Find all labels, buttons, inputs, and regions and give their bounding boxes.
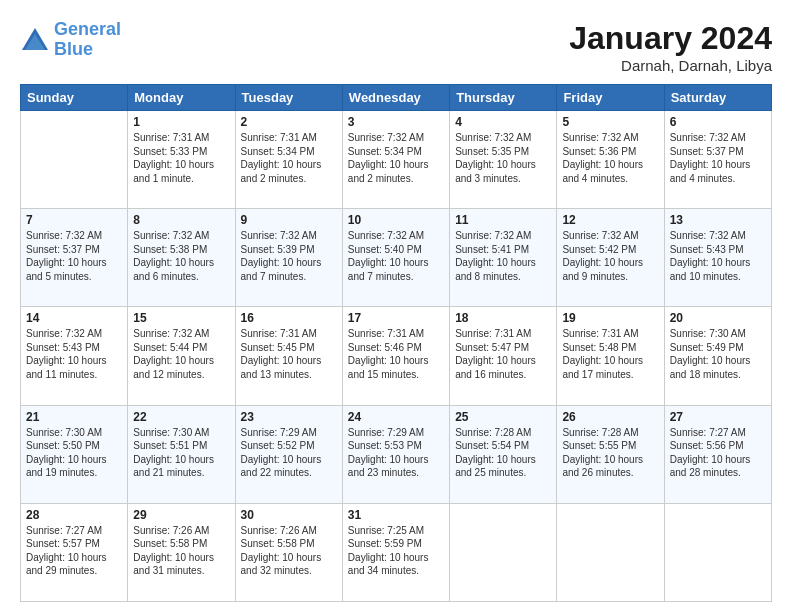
calendar-header-sunday: Sunday (21, 85, 128, 111)
calendar-cell: 30Sunrise: 7:26 AM Sunset: 5:58 PM Dayli… (235, 503, 342, 601)
day-info: Sunrise: 7:29 AM Sunset: 5:52 PM Dayligh… (241, 426, 337, 480)
day-number: 2 (241, 115, 337, 129)
day-number: 4 (455, 115, 551, 129)
calendar-cell: 13Sunrise: 7:32 AM Sunset: 5:43 PM Dayli… (664, 209, 771, 307)
header: General Blue January 2024 Darnah, Darnah… (20, 20, 772, 74)
day-info: Sunrise: 7:31 AM Sunset: 5:46 PM Dayligh… (348, 327, 444, 381)
day-info: Sunrise: 7:31 AM Sunset: 5:47 PM Dayligh… (455, 327, 551, 381)
day-info: Sunrise: 7:31 AM Sunset: 5:48 PM Dayligh… (562, 327, 658, 381)
calendar-cell: 16Sunrise: 7:31 AM Sunset: 5:45 PM Dayli… (235, 307, 342, 405)
calendar-cell: 9Sunrise: 7:32 AM Sunset: 5:39 PM Daylig… (235, 209, 342, 307)
calendar-table: SundayMondayTuesdayWednesdayThursdayFrid… (20, 84, 772, 602)
day-info: Sunrise: 7:32 AM Sunset: 5:38 PM Dayligh… (133, 229, 229, 283)
calendar-cell: 31Sunrise: 7:25 AM Sunset: 5:59 PM Dayli… (342, 503, 449, 601)
calendar-cell (557, 503, 664, 601)
calendar-cell: 4Sunrise: 7:32 AM Sunset: 5:35 PM Daylig… (450, 111, 557, 209)
day-info: Sunrise: 7:32 AM Sunset: 5:41 PM Dayligh… (455, 229, 551, 283)
calendar-week-row: 21Sunrise: 7:30 AM Sunset: 5:50 PM Dayli… (21, 405, 772, 503)
day-number: 6 (670, 115, 766, 129)
calendar-header-friday: Friday (557, 85, 664, 111)
day-info: Sunrise: 7:32 AM Sunset: 5:43 PM Dayligh… (670, 229, 766, 283)
day-number: 30 (241, 508, 337, 522)
day-info: Sunrise: 7:32 AM Sunset: 5:36 PM Dayligh… (562, 131, 658, 185)
calendar-header-wednesday: Wednesday (342, 85, 449, 111)
day-info: Sunrise: 7:32 AM Sunset: 5:42 PM Dayligh… (562, 229, 658, 283)
day-number: 17 (348, 311, 444, 325)
calendar-week-row: 28Sunrise: 7:27 AM Sunset: 5:57 PM Dayli… (21, 503, 772, 601)
calendar-cell: 10Sunrise: 7:32 AM Sunset: 5:40 PM Dayli… (342, 209, 449, 307)
calendar-header-monday: Monday (128, 85, 235, 111)
main-title: January 2024 (569, 20, 772, 57)
calendar-header-row: SundayMondayTuesdayWednesdayThursdayFrid… (21, 85, 772, 111)
calendar-cell: 3Sunrise: 7:32 AM Sunset: 5:34 PM Daylig… (342, 111, 449, 209)
calendar-header-tuesday: Tuesday (235, 85, 342, 111)
day-number: 26 (562, 410, 658, 424)
calendar-cell: 6Sunrise: 7:32 AM Sunset: 5:37 PM Daylig… (664, 111, 771, 209)
calendar-cell: 18Sunrise: 7:31 AM Sunset: 5:47 PM Dayli… (450, 307, 557, 405)
day-number: 20 (670, 311, 766, 325)
calendar-cell (450, 503, 557, 601)
calendar-cell: 1Sunrise: 7:31 AM Sunset: 5:33 PM Daylig… (128, 111, 235, 209)
day-info: Sunrise: 7:31 AM Sunset: 5:33 PM Dayligh… (133, 131, 229, 185)
subtitle: Darnah, Darnah, Libya (569, 57, 772, 74)
calendar-cell: 7Sunrise: 7:32 AM Sunset: 5:37 PM Daylig… (21, 209, 128, 307)
day-number: 29 (133, 508, 229, 522)
calendar-cell: 14Sunrise: 7:32 AM Sunset: 5:43 PM Dayli… (21, 307, 128, 405)
calendar-cell: 28Sunrise: 7:27 AM Sunset: 5:57 PM Dayli… (21, 503, 128, 601)
day-number: 27 (670, 410, 766, 424)
calendar-cell: 15Sunrise: 7:32 AM Sunset: 5:44 PM Dayli… (128, 307, 235, 405)
day-number: 23 (241, 410, 337, 424)
day-number: 19 (562, 311, 658, 325)
day-number: 8 (133, 213, 229, 227)
day-info: Sunrise: 7:28 AM Sunset: 5:54 PM Dayligh… (455, 426, 551, 480)
day-info: Sunrise: 7:27 AM Sunset: 5:56 PM Dayligh… (670, 426, 766, 480)
day-number: 16 (241, 311, 337, 325)
day-number: 5 (562, 115, 658, 129)
day-info: Sunrise: 7:26 AM Sunset: 5:58 PM Dayligh… (133, 524, 229, 578)
calendar-cell: 11Sunrise: 7:32 AM Sunset: 5:41 PM Dayli… (450, 209, 557, 307)
calendar-cell: 12Sunrise: 7:32 AM Sunset: 5:42 PM Dayli… (557, 209, 664, 307)
day-number: 31 (348, 508, 444, 522)
day-number: 7 (26, 213, 122, 227)
calendar-header-thursday: Thursday (450, 85, 557, 111)
calendar-cell: 19Sunrise: 7:31 AM Sunset: 5:48 PM Dayli… (557, 307, 664, 405)
day-info: Sunrise: 7:31 AM Sunset: 5:34 PM Dayligh… (241, 131, 337, 185)
logo-icon (20, 26, 50, 54)
day-number: 22 (133, 410, 229, 424)
day-number: 12 (562, 213, 658, 227)
calendar-cell (21, 111, 128, 209)
day-number: 21 (26, 410, 122, 424)
day-info: Sunrise: 7:32 AM Sunset: 5:44 PM Dayligh… (133, 327, 229, 381)
calendar-cell: 23Sunrise: 7:29 AM Sunset: 5:52 PM Dayli… (235, 405, 342, 503)
page: General Blue January 2024 Darnah, Darnah… (0, 0, 792, 612)
calendar-cell (664, 503, 771, 601)
day-info: Sunrise: 7:29 AM Sunset: 5:53 PM Dayligh… (348, 426, 444, 480)
day-number: 18 (455, 311, 551, 325)
day-info: Sunrise: 7:32 AM Sunset: 5:35 PM Dayligh… (455, 131, 551, 185)
calendar-cell: 24Sunrise: 7:29 AM Sunset: 5:53 PM Dayli… (342, 405, 449, 503)
calendar-cell: 26Sunrise: 7:28 AM Sunset: 5:55 PM Dayli… (557, 405, 664, 503)
day-info: Sunrise: 7:27 AM Sunset: 5:57 PM Dayligh… (26, 524, 122, 578)
day-number: 24 (348, 410, 444, 424)
calendar-cell: 5Sunrise: 7:32 AM Sunset: 5:36 PM Daylig… (557, 111, 664, 209)
day-info: Sunrise: 7:26 AM Sunset: 5:58 PM Dayligh… (241, 524, 337, 578)
day-info: Sunrise: 7:30 AM Sunset: 5:51 PM Dayligh… (133, 426, 229, 480)
day-info: Sunrise: 7:28 AM Sunset: 5:55 PM Dayligh… (562, 426, 658, 480)
day-info: Sunrise: 7:32 AM Sunset: 5:39 PM Dayligh… (241, 229, 337, 283)
day-number: 15 (133, 311, 229, 325)
day-number: 10 (348, 213, 444, 227)
calendar-cell: 21Sunrise: 7:30 AM Sunset: 5:50 PM Dayli… (21, 405, 128, 503)
calendar-cell: 17Sunrise: 7:31 AM Sunset: 5:46 PM Dayli… (342, 307, 449, 405)
day-info: Sunrise: 7:30 AM Sunset: 5:50 PM Dayligh… (26, 426, 122, 480)
calendar-header-saturday: Saturday (664, 85, 771, 111)
logo-text: General Blue (54, 20, 121, 60)
day-number: 9 (241, 213, 337, 227)
logo-blue: Blue (54, 39, 93, 59)
day-info: Sunrise: 7:30 AM Sunset: 5:49 PM Dayligh… (670, 327, 766, 381)
logo: General Blue (20, 20, 121, 60)
day-number: 3 (348, 115, 444, 129)
day-number: 14 (26, 311, 122, 325)
day-number: 1 (133, 115, 229, 129)
calendar-cell: 8Sunrise: 7:32 AM Sunset: 5:38 PM Daylig… (128, 209, 235, 307)
day-info: Sunrise: 7:32 AM Sunset: 5:40 PM Dayligh… (348, 229, 444, 283)
